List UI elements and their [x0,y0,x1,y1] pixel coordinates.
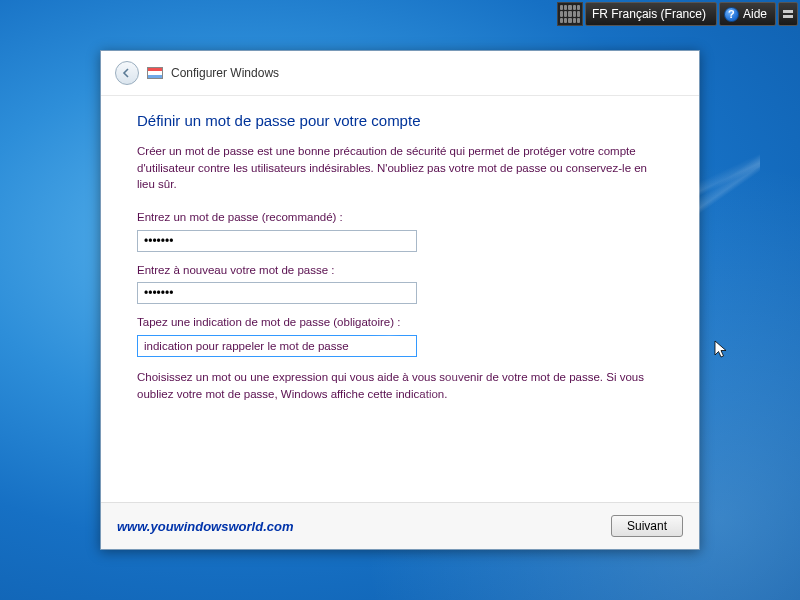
password-hint-input[interactable] [137,335,417,357]
language-selector[interactable]: FR Français (France) [585,2,717,26]
hint-label: Tapez une indication de mot de passe (ob… [137,314,663,331]
windows-flag-icon [147,67,163,79]
help-button[interactable]: ? Aide [719,2,776,26]
password-label: Entrez un mot de passe (recommandé) : [137,209,663,226]
setup-window: Configurer Windows Définir un mot de pas… [100,50,700,550]
keyboard-icon[interactable] [557,2,583,26]
watermark-url: www.youwindowsworld.com [117,519,293,534]
language-label: FR Français (France) [592,7,706,21]
ease-of-access-button[interactable] [778,2,798,26]
content-area: Définir un mot de passe pour votre compt… [101,96,699,502]
hint-explanation: Choisissez un mot ou une expression qui … [137,369,663,402]
window-title: Configurer Windows [171,66,279,80]
password-input[interactable] [137,230,417,252]
confirm-password-input[interactable] [137,282,417,304]
top-toolbar: FR Français (France) ? Aide [557,2,798,26]
window-header: Configurer Windows [101,51,699,96]
next-button[interactable]: Suivant [611,515,683,537]
back-button[interactable] [115,61,139,85]
arrow-left-icon [121,67,133,79]
window-footer: www.youwindowsworld.com Suivant [101,502,699,549]
page-title: Définir un mot de passe pour votre compt… [137,112,663,129]
help-icon: ? [724,7,739,22]
help-label: Aide [743,7,767,21]
intro-text: Créer un mot de passe est une bonne préc… [137,143,663,193]
confirm-password-label: Entrez à nouveau votre mot de passe : [137,262,663,279]
cursor-icon [714,340,728,360]
